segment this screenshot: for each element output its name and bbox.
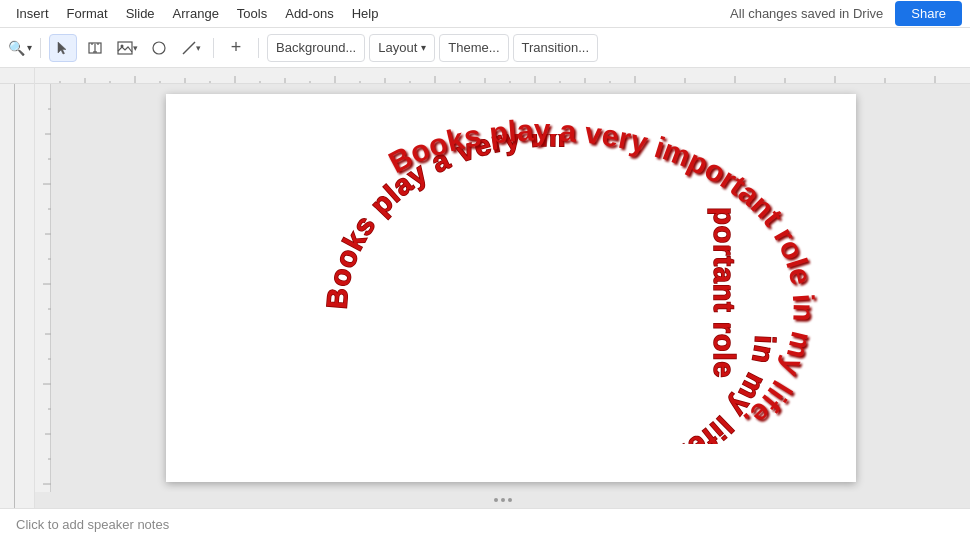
share-button[interactable]: Share: [895, 1, 962, 26]
line-tool-button[interactable]: ▾: [177, 34, 205, 62]
svg-point-8: [153, 42, 165, 54]
image-arrow: ▾: [133, 43, 138, 53]
image-tool-button[interactable]: ▾: [113, 34, 141, 62]
menu-insert[interactable]: Insert: [8, 2, 57, 25]
slide[interactable]: Books play a very im portant role in my …: [166, 94, 856, 482]
svg-text:Books play a very important ro: Books play a very important role in my l…: [383, 113, 821, 437]
slide-panel: [0, 68, 35, 508]
scroll-dot-1: [494, 498, 498, 502]
scroll-indicator: [35, 492, 970, 508]
vertical-ruler-svg: [35, 84, 51, 492]
image-icon: [117, 41, 133, 55]
separator-1: [40, 38, 41, 58]
menu-slide[interactable]: Slide: [118, 2, 163, 25]
speaker-notes-placeholder: Click to add speaker notes: [16, 517, 169, 532]
corner-ruler: [0, 68, 34, 84]
svg-rect-10: [35, 68, 970, 84]
scroll-dot-3: [508, 498, 512, 502]
background-button[interactable]: Background...: [267, 34, 365, 62]
scroll-dot-2: [501, 498, 505, 502]
zoom-arrow: ▾: [27, 42, 32, 53]
menu-addons[interactable]: Add-ons: [277, 2, 341, 25]
select-tool-button[interactable]: [49, 34, 77, 62]
theme-button[interactable]: Theme...: [439, 34, 508, 62]
transition-button[interactable]: Transition...: [513, 34, 598, 62]
left-vertical-ruler: [35, 84, 51, 492]
zoom-control[interactable]: 🔍 ▾: [8, 40, 32, 56]
save-status: All changes saved in Drive: [730, 6, 883, 21]
add-button[interactable]: +: [222, 34, 250, 62]
left-ruler: [0, 84, 34, 508]
menu-help[interactable]: Help: [344, 2, 387, 25]
separator-3: [258, 38, 259, 58]
layout-label: Layout: [378, 40, 417, 55]
textbox-icon: [88, 41, 102, 55]
editing-area: Books play a very im portant role in my …: [35, 68, 970, 508]
shape-icon: [152, 41, 166, 55]
svg-rect-6: [118, 42, 132, 54]
line-arrow: ▾: [196, 43, 201, 53]
cursor-icon: [56, 41, 70, 55]
menu-tools[interactable]: Tools: [229, 2, 275, 25]
line-icon: [182, 41, 196, 55]
zoom-icon: 🔍: [8, 40, 25, 56]
speaker-notes[interactable]: Click to add speaker notes: [0, 508, 970, 540]
menu-bar: Insert Format Slide Arrange Tools Add-on…: [0, 0, 970, 28]
layout-button[interactable]: Layout ▾: [369, 34, 435, 62]
textbox-tool-button[interactable]: [81, 34, 109, 62]
main-area: Books play a very im portant role in my …: [0, 68, 970, 508]
ruler-svg: [35, 68, 970, 84]
menu-format[interactable]: Format: [59, 2, 116, 25]
layout-arrow-icon: ▾: [421, 42, 426, 53]
toolbar: 🔍 ▾ ▾: [0, 28, 970, 68]
slide-canvas-container: Books play a very im portant role in my …: [51, 84, 970, 492]
slide-content-area: Books play a very im portant role in my …: [35, 84, 970, 492]
shape-tool-button[interactable]: [145, 34, 173, 62]
svg-line-9: [183, 42, 195, 54]
svg-marker-0: [58, 42, 66, 54]
separator-2: [213, 38, 214, 58]
top-ruler: [35, 68, 970, 84]
menu-arrange[interactable]: Arrange: [165, 2, 227, 25]
svg-rect-42: [35, 84, 51, 492]
main-text-svg: Books play a very important role in my l…: [166, 94, 856, 482]
